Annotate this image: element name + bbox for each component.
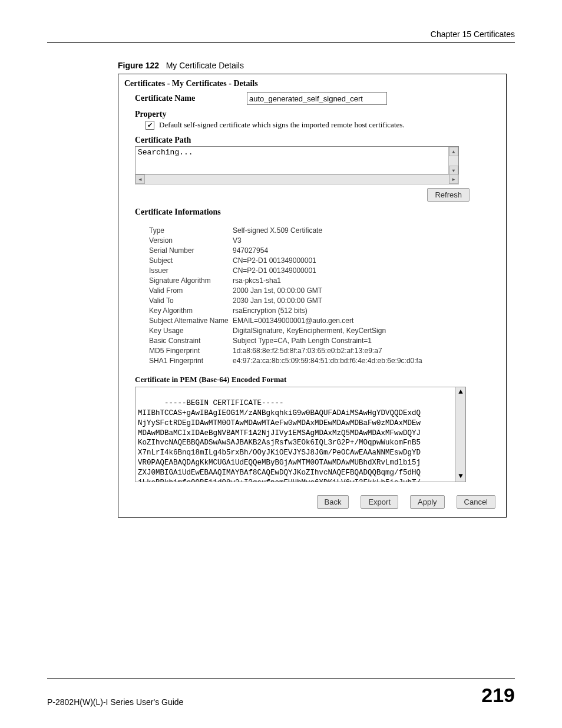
info-version-label: Version <box>149 236 232 245</box>
info-serial-label: Serial Number <box>149 246 232 255</box>
certificate-path-area[interactable]: Searching... ▲ ▼ <box>135 146 459 174</box>
window-title: Certificates - My Certificates - Details <box>124 79 500 88</box>
info-validto-value: 2030 Jan 1st, 00:00:00 GMT <box>233 297 422 305</box>
info-sha1-label: SHA1 Fingerprint <box>149 357 232 365</box>
certificate-name-label: Certificate Name <box>135 94 247 103</box>
certificate-info-label: Certificate Informations <box>135 207 500 217</box>
scroll-up-icon[interactable]: ▲ <box>449 147 458 156</box>
pem-format-label: Certificate in PEM (Base-64) Encoded For… <box>135 375 500 384</box>
export-button[interactable]: Export <box>361 495 398 509</box>
info-md5-label: MD5 Fingerprint <box>149 347 232 355</box>
info-serial-value: 947027954 <box>233 246 422 255</box>
scroll-up-icon[interactable]: ▲ <box>458 387 463 397</box>
default-cert-checkbox[interactable]: ✔ <box>146 121 154 130</box>
page-number: 219 <box>481 684 515 707</box>
info-keyusage-label: Key Usage <box>149 327 232 335</box>
info-version-value: V3 <box>233 236 422 245</box>
apply-button[interactable]: Apply <box>410 495 445 509</box>
path-horizontal-scrollbar[interactable]: ◄ ► <box>135 174 459 185</box>
scroll-left-icon[interactable]: ◄ <box>135 174 145 184</box>
info-keyusage-value: DigitalSignature, KeyEncipherment, KeyCe… <box>233 327 422 335</box>
certificate-info-table: TypeSelf-signed X.509 Certificate Versio… <box>148 225 424 367</box>
info-subject-label: Subject <box>149 256 232 265</box>
refresh-button[interactable]: Refresh <box>427 188 470 202</box>
figure-caption: Figure 122 My Certificate Details <box>118 61 515 70</box>
certificate-name-input[interactable] <box>247 92 387 105</box>
info-validfrom-value: 2000 Jan 1st, 00:00:00 GMT <box>233 286 422 295</box>
info-basic-label: Basic Constraint <box>149 337 232 345</box>
info-sha1-value: e4:97:2a:ca:8b:c5:09:59:84:51:db:bd:f6:4… <box>233 357 422 365</box>
info-issuer-label: Issuer <box>149 266 232 275</box>
info-type-label: Type <box>149 226 232 235</box>
path-vertical-scrollbar[interactable]: ▲ ▼ <box>448 147 458 175</box>
cancel-button[interactable]: Cancel <box>457 495 495 509</box>
info-san-label: Subject Alternative Name <box>149 317 232 325</box>
figure-title: My Certificate Details <box>166 61 244 70</box>
property-label: Property <box>135 110 500 119</box>
pem-textarea[interactable]: -----BEGIN CERTIFICATE----- MIIBhTCCAS+g… <box>135 387 466 482</box>
info-validfrom-label: Valid From <box>149 286 232 295</box>
header-rule <box>47 42 515 43</box>
certificate-path-content: Searching... <box>138 148 193 157</box>
pem-content: -----BEGIN CERTIFICATE----- MIIBhTCCAS+g… <box>138 399 421 482</box>
info-sigalg-label: Signature Algorithm <box>149 276 232 285</box>
footer-rule <box>47 678 515 679</box>
info-basic-value: Subject Type=CA, Path Length Constraint=… <box>233 337 422 345</box>
info-subject-value: CN=P2-D1 001349000001 <box>233 256 422 265</box>
info-keyalg-value: rsaEncryption (512 bits) <box>233 307 422 315</box>
scroll-right-icon[interactable]: ► <box>449 174 458 184</box>
back-button[interactable]: Back <box>317 495 349 509</box>
info-validto-label: Valid To <box>149 297 232 305</box>
info-type-value: Self-signed X.509 Certificate <box>233 226 422 235</box>
chapter-title: Chapter 15 Certificates <box>47 29 515 39</box>
info-sigalg-value: rsa-pkcs1-sha1 <box>233 276 422 285</box>
certificate-path-label: Certificate Path <box>135 136 500 145</box>
footer-guide-title: P-2802H(W)(L)-I Series User's Guide <box>47 697 183 707</box>
info-issuer-value: CN=P2-D1 001349000001 <box>233 266 422 275</box>
info-md5-value: 1d:a8:68:8e:f2:5d:8f:a7:03:65:e0:b2:af:1… <box>233 347 422 355</box>
scroll-down-icon[interactable]: ▼ <box>458 472 463 482</box>
pem-vertical-scrollbar[interactable]: ▲ ▼ <box>455 387 465 482</box>
info-keyalg-label: Key Algorithm <box>149 307 232 315</box>
info-san-value: EMAIL=001349000001@auto.gen.cert <box>233 317 422 325</box>
figure-number: Figure 122 <box>118 61 159 70</box>
certificate-details-window: Certificates - My Certificates - Details… <box>118 74 507 518</box>
default-cert-text: Default self-signed certificate which si… <box>159 120 405 130</box>
scroll-down-icon[interactable]: ▼ <box>449 166 458 175</box>
